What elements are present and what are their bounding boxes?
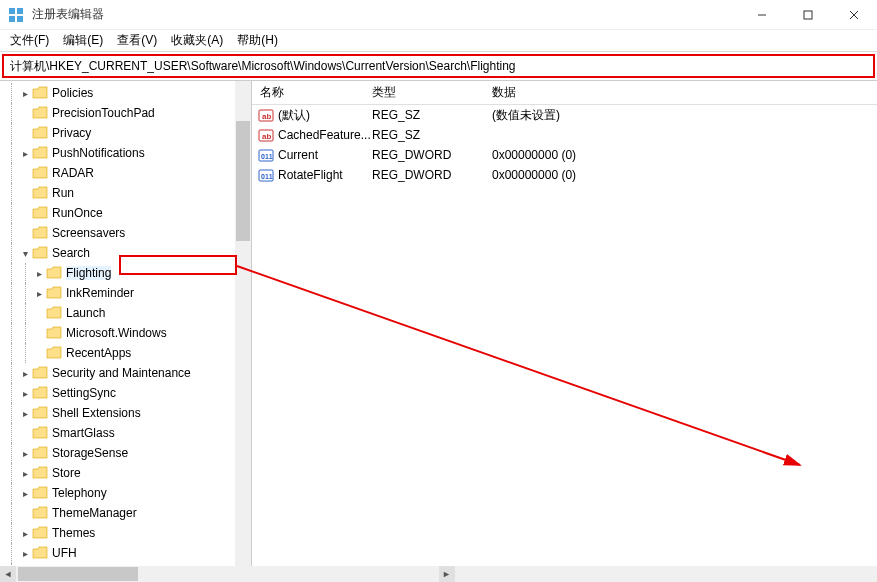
value-name: RotateFlight: [278, 168, 372, 182]
tree-label: Screensavers: [52, 226, 125, 240]
tree-label: StorageSense: [52, 446, 128, 460]
value-type: REG_DWORD: [372, 168, 492, 182]
tree-label: PrecisionTouchPad: [52, 106, 155, 120]
close-button[interactable]: [831, 0, 877, 30]
values-header: 名称 类型 数据: [252, 81, 877, 105]
tree-pane[interactable]: ▸PoliciesPrecisionTouchPadPrivacy▸PushNo…: [0, 81, 252, 566]
tree-item[interactable]: RecentApps: [0, 343, 251, 363]
tree-label: RunOnce: [52, 206, 103, 220]
expand-icon[interactable]: ▸: [32, 288, 46, 299]
tree-label: InkReminder: [66, 286, 134, 300]
tree-item[interactable]: ▸StorageSense: [0, 443, 251, 463]
expand-icon[interactable]: ▸: [18, 488, 32, 499]
tree-label: Security and Maintenance: [52, 366, 191, 380]
tree-item[interactable]: Privacy: [0, 123, 251, 143]
tree-item[interactable]: SmartGlass: [0, 423, 251, 443]
expand-icon[interactable]: ▾: [18, 248, 32, 259]
menu-favorites[interactable]: 收藏夹(A): [165, 30, 229, 51]
folder-icon: [32, 406, 48, 420]
tree-item[interactable]: ▸Telephony: [0, 483, 251, 503]
maximize-button[interactable]: [785, 0, 831, 30]
tree-label: Launch: [66, 306, 105, 320]
svg-rect-3: [17, 16, 23, 22]
string-value-icon: ab: [258, 107, 274, 123]
tree-item[interactable]: RADAR: [0, 163, 251, 183]
menu-file[interactable]: 文件(F): [4, 30, 55, 51]
value-type: REG_SZ: [372, 108, 492, 122]
tree-item[interactable]: ▾Search: [0, 243, 251, 263]
tree-item[interactable]: ▸InkReminder: [0, 283, 251, 303]
expand-icon[interactable]: ▸: [18, 388, 32, 399]
value-data: (数值未设置): [492, 107, 877, 124]
scroll-left-button[interactable]: ◄: [0, 566, 16, 582]
folder-icon: [32, 506, 48, 520]
tree-item[interactable]: ▸Security and Maintenance: [0, 363, 251, 383]
tree-item[interactable]: Screensavers: [0, 223, 251, 243]
folder-icon: [46, 346, 62, 360]
value-row[interactable]: abCachedFeature...REG_SZ: [252, 125, 877, 145]
folder-icon: [32, 386, 48, 400]
expand-icon[interactable]: ▸: [18, 408, 32, 419]
folder-icon: [32, 206, 48, 220]
svg-text:ab: ab: [262, 112, 271, 121]
value-row[interactable]: ab(默认)REG_SZ(数值未设置): [252, 105, 877, 125]
tree-vertical-scrollbar[interactable]: [235, 81, 251, 566]
column-data[interactable]: 数据: [492, 84, 877, 101]
tree-label: RecentApps: [66, 346, 131, 360]
tree-item[interactable]: ▸SettingSync: [0, 383, 251, 403]
folder-icon: [46, 326, 62, 340]
tree-item[interactable]: RunOnce: [0, 203, 251, 223]
minimize-button[interactable]: [739, 0, 785, 30]
tree-item[interactable]: Microsoft.Windows: [0, 323, 251, 343]
svg-text:ab: ab: [262, 132, 271, 141]
column-type[interactable]: 类型: [372, 84, 492, 101]
folder-icon: [46, 286, 62, 300]
menu-edit[interactable]: 编辑(E): [57, 30, 109, 51]
tree-label: Flighting: [66, 266, 111, 280]
tree-item[interactable]: ▸Store: [0, 463, 251, 483]
menu-help[interactable]: 帮助(H): [231, 30, 284, 51]
tree-label: SettingSync: [52, 386, 116, 400]
tree-label: PushNotifications: [52, 146, 145, 160]
expand-icon[interactable]: ▸: [18, 448, 32, 459]
tree-item[interactable]: ▸UFH: [0, 543, 251, 563]
tree-item[interactable]: Run: [0, 183, 251, 203]
expand-icon[interactable]: ▸: [18, 88, 32, 99]
svg-rect-0: [9, 8, 15, 14]
tree-label: Telephony: [52, 486, 107, 500]
tree-item[interactable]: ▸Flighting: [0, 263, 251, 283]
folder-icon: [32, 186, 48, 200]
value-row[interactable]: 011CurrentREG_DWORD0x00000000 (0): [252, 145, 877, 165]
horizontal-scrollbar[interactable]: ◄ ►: [0, 566, 877, 582]
tree-item[interactable]: ▸Policies: [0, 83, 251, 103]
tree-item[interactable]: ▸PushNotifications: [0, 143, 251, 163]
tree-item[interactable]: ▸Themes: [0, 523, 251, 543]
value-data: 0x00000000 (0): [492, 148, 877, 162]
tree-item[interactable]: PrecisionTouchPad: [0, 103, 251, 123]
svg-text:011: 011: [261, 173, 273, 180]
tree-item[interactable]: ▸Shell Extensions: [0, 403, 251, 423]
folder-icon: [32, 486, 48, 500]
folder-icon: [32, 106, 48, 120]
expand-icon[interactable]: ▸: [18, 368, 32, 379]
expand-icon[interactable]: ▸: [18, 148, 32, 159]
values-pane[interactable]: 名称 类型 数据 ab(默认)REG_SZ(数值未设置)abCachedFeat…: [252, 81, 877, 566]
svg-rect-2: [9, 16, 15, 22]
tree-item[interactable]: Launch: [0, 303, 251, 323]
scroll-right-button[interactable]: ►: [439, 566, 455, 582]
expand-icon[interactable]: ▸: [18, 528, 32, 539]
expand-icon[interactable]: ▸: [18, 468, 32, 479]
menu-view[interactable]: 查看(V): [111, 30, 163, 51]
value-row[interactable]: 011RotateFlightREG_DWORD0x00000000 (0): [252, 165, 877, 185]
expand-icon[interactable]: ▸: [32, 268, 46, 279]
tree-item[interactable]: ThemeManager: [0, 503, 251, 523]
address-bar[interactable]: 计算机\HKEY_CURRENT_USER\Software\Microsoft…: [2, 54, 875, 78]
dword-value-icon: 011: [258, 147, 274, 163]
folder-icon: [32, 426, 48, 440]
expand-icon[interactable]: ▸: [18, 548, 32, 559]
column-name[interactable]: 名称: [252, 84, 372, 101]
tree-label: Search: [52, 246, 90, 260]
tree-label: Microsoft.Windows: [66, 326, 167, 340]
folder-icon: [32, 146, 48, 160]
folder-icon: [32, 526, 48, 540]
